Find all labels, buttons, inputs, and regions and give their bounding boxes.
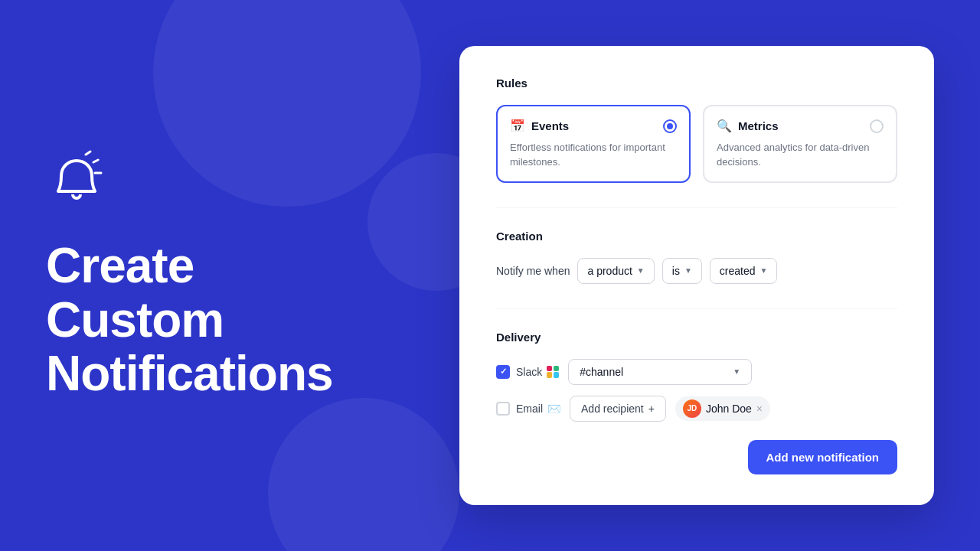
- svg-line-1: [93, 160, 98, 162]
- created-dropdown[interactable]: created ▼: [710, 258, 778, 284]
- product-dropdown-value: a product: [587, 265, 632, 277]
- creation-section: Creation Notify me when a product ▼ is ▼…: [496, 230, 897, 284]
- is-dropdown[interactable]: is ▼: [662, 258, 702, 284]
- recipient-tag-john-doe: JD John Doe ×: [675, 396, 770, 421]
- add-recipient-label: Add recipient: [581, 403, 644, 415]
- creation-label: Creation: [496, 230, 897, 243]
- calendar-icon: 📅: [510, 119, 525, 133]
- svg-line-0: [86, 152, 90, 155]
- recipient-name: John Doe: [706, 403, 752, 415]
- divider-2: [496, 308, 897, 309]
- metrics-radio-unselected[interactable]: [870, 119, 884, 133]
- divider-1: [496, 207, 897, 208]
- created-dropdown-value: created: [720, 265, 756, 277]
- slack-checkbox-wrapper: Slack: [496, 365, 559, 379]
- slack-label: Slack: [516, 366, 559, 378]
- main-card: Rules 📅 Events Effortless notifications …: [459, 46, 934, 504]
- is-dropdown-arrow: ▼: [684, 266, 692, 275]
- left-panel: Create Custom Notifications: [0, 104, 429, 446]
- email-icon: ✉️: [547, 403, 560, 415]
- bell-icon: [46, 150, 107, 211]
- channel-arrow: ▼: [733, 367, 740, 376]
- delivery-section: Delivery Slack #channel ▼: [496, 331, 897, 422]
- notify-when-label: Notify me when: [496, 265, 570, 277]
- slack-colored-icon: [547, 366, 559, 378]
- slack-delivery-row: Slack #channel ▼: [496, 359, 897, 385]
- rules-label: Rules: [496, 77, 897, 90]
- delivery-label: Delivery: [496, 331, 897, 344]
- card-footer: Add new notification: [496, 440, 897, 474]
- metrics-card-desc: Advanced analytics for data-driven decis…: [717, 141, 884, 168]
- channel-select[interactable]: #channel ▼: [568, 359, 752, 385]
- events-card-desc: Effortless notifications for important m…: [510, 141, 677, 168]
- email-checkbox-wrapper: Email ✉️: [496, 402, 560, 416]
- page-hero-title: Create Custom Notifications: [46, 239, 383, 400]
- events-card-title: Events: [531, 119, 569, 132]
- email-text: Email: [516, 403, 543, 415]
- events-radio-selected[interactable]: [663, 119, 677, 133]
- add-recipient-button[interactable]: Add recipient +: [570, 396, 666, 422]
- add-recipient-plus-icon: +: [648, 403, 655, 415]
- metrics-card-title: Metrics: [738, 119, 779, 132]
- slack-checkbox[interactable]: [496, 365, 510, 379]
- email-delivery-row: Email ✉️ Add recipient + JD John Doe ×: [496, 396, 897, 422]
- metrics-rule-card[interactable]: 🔍 Metrics Advanced analytics for data-dr…: [703, 105, 897, 182]
- search-icon: 🔍: [717, 119, 732, 133]
- slack-text: Slack: [516, 366, 542, 378]
- notify-row: Notify me when a product ▼ is ▼ created …: [496, 258, 897, 284]
- product-dropdown-arrow: ▼: [637, 266, 645, 275]
- avatar: JD: [683, 399, 701, 418]
- add-notification-button[interactable]: Add new notification: [748, 440, 898, 474]
- remove-recipient-button[interactable]: ×: [756, 403, 763, 414]
- email-label: Email ✉️: [516, 403, 560, 415]
- rules-section: Rules 📅 Events Effortless notifications …: [496, 77, 897, 182]
- channel-value: #channel: [580, 366, 623, 378]
- created-dropdown-arrow: ▼: [760, 266, 768, 275]
- email-checkbox[interactable]: [496, 402, 510, 416]
- rules-cards: 📅 Events Effortless notifications for im…: [496, 105, 897, 182]
- is-dropdown-value: is: [672, 265, 680, 277]
- metrics-card-header: 🔍 Metrics: [717, 119, 884, 133]
- events-rule-card[interactable]: 📅 Events Effortless notifications for im…: [496, 105, 691, 182]
- events-card-header: 📅 Events: [510, 119, 677, 133]
- product-dropdown[interactable]: a product ▼: [577, 258, 654, 284]
